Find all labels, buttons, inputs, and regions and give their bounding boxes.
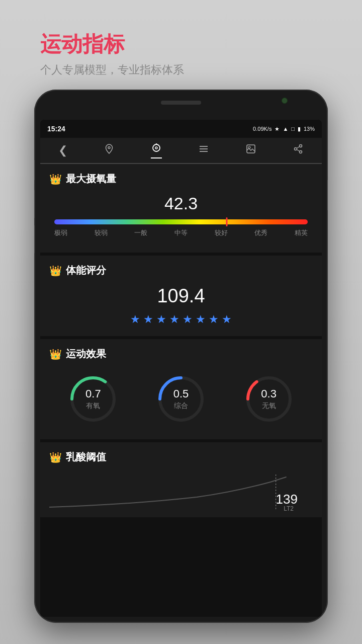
- nav-bar: ❮: [40, 138, 322, 164]
- svg-point-10: [300, 145, 302, 147]
- star-6: ★: [196, 313, 206, 326]
- content-area: 👑 最大摄氧量 42.3 极弱 较弱 一般 中等 较好 优秀 精英: [40, 164, 322, 617]
- page-title: 运动指标: [40, 30, 184, 58]
- status-right: 0.09K/s ★ ▲ □ ▮ 13%: [253, 126, 315, 132]
- bluetooth-icon: ★: [275, 126, 280, 132]
- label-jiruo: 极弱: [54, 228, 67, 237]
- map-nav-icon[interactable]: [104, 143, 115, 157]
- phone-frame: 15:24 0.09K/s ★ ▲ □ ▮ 13% ❮: [34, 90, 328, 623]
- svg-point-12: [300, 151, 302, 153]
- label-youxiu: 优秀: [254, 228, 267, 237]
- anaerobic-value: 0.3: [261, 387, 277, 400]
- rainbow-bar: [54, 219, 308, 224]
- lactate-label: 乳酸阈值: [66, 450, 106, 464]
- anaerobic-label: 无氧: [262, 401, 276, 411]
- combined-circle-item: 0.5 综合: [156, 374, 206, 424]
- list-nav-icon[interactable]: [198, 143, 209, 157]
- crown-icon-vo2max: 👑: [49, 173, 62, 185]
- phone-camera: [282, 98, 288, 104]
- crown-icon-effect: 👑: [49, 348, 62, 360]
- rainbow-indicator: [226, 217, 227, 226]
- battery-percent: 13%: [304, 126, 315, 132]
- power-button: [327, 180, 328, 210]
- svg-line-13: [297, 146, 299, 148]
- aerobic-circle-item: 0.7 有氧: [68, 374, 118, 424]
- anaerobic-circle-item: 0.3 无氧: [244, 374, 294, 424]
- crown-icon-lactate: 👑: [49, 451, 62, 463]
- aerobic-value: 0.7: [85, 387, 101, 400]
- page-header: 运动指标 个人专属模型，专业指标体系: [40, 30, 184, 77]
- signal-icon: □: [291, 126, 295, 132]
- vo2max-title: 👑 最大摄氧量: [49, 172, 313, 186]
- lactate-title: 👑 乳酸阈值: [49, 450, 313, 464]
- mute-button: [34, 160, 35, 180]
- combined-label: 综合: [174, 401, 188, 411]
- fitness-label: 体能评分: [66, 264, 106, 277]
- page-subtitle: 个人专属模型，专业指标体系: [40, 62, 184, 77]
- status-bar: 15:24 0.09K/s ★ ▲ □ ▮ 13%: [40, 120, 322, 138]
- label-zhongdeng: 中等: [174, 228, 188, 237]
- svg-point-1: [153, 144, 160, 151]
- anaerobic-circle-inner: 0.3 无氧: [244, 374, 294, 424]
- star-7: ★: [209, 313, 219, 326]
- exercise-effect-title: 👑 运动效果: [49, 347, 313, 361]
- star-2: ★: [143, 313, 153, 326]
- combined-circle-inner: 0.5 综合: [156, 374, 206, 424]
- back-button[interactable]: ❮: [58, 144, 67, 157]
- battery-icon: ▮: [298, 126, 301, 132]
- star-8: ★: [222, 313, 232, 326]
- fitness-section: 👑 体能评分 109.4 ★ ★ ★ ★ ★ ★ ★ ★: [40, 256, 322, 336]
- aerobic-label: 有氧: [86, 401, 100, 411]
- svg-line-14: [297, 149, 299, 151]
- fitness-title: 👑 体能评分: [49, 264, 313, 277]
- star-4: ★: [169, 313, 179, 326]
- phone-screen: 15:24 0.09K/s ★ ▲ □ ▮ 13% ❮: [40, 120, 322, 617]
- aerobic-gauge: 0.7 有氧: [68, 374, 118, 424]
- stars-row: ★ ★ ★ ★ ★ ★ ★ ★: [49, 313, 313, 326]
- lactate-section: 👑 乳酸阈值 139 LT2: [40, 442, 322, 517]
- share-nav-icon[interactable]: [293, 143, 304, 157]
- volume-up-button: [34, 190, 35, 218]
- rainbow-bar-container: 极弱 较弱 一般 中等 较好 优秀 精英: [54, 219, 308, 237]
- svg-point-2: [155, 147, 157, 149]
- gallery-nav-icon[interactable]: [245, 143, 256, 157]
- phone-speaker: [161, 101, 201, 105]
- vo2max-label: 最大摄氧量: [66, 172, 116, 186]
- status-time: 15:24: [47, 125, 65, 133]
- star-3: ★: [156, 313, 166, 326]
- refresh-nav-icon[interactable]: [151, 142, 162, 158]
- exercise-effect-label: 运动效果: [66, 347, 106, 361]
- svg-point-0: [108, 147, 110, 149]
- aerobic-circle-inner: 0.7 有氧: [68, 374, 118, 424]
- effect-circles: 0.7 有氧 0.5: [49, 369, 313, 429]
- svg-point-11: [295, 148, 297, 150]
- volume-down-button: [34, 225, 35, 253]
- star-1: ★: [130, 313, 140, 326]
- lactate-sublabel: LT2: [284, 505, 294, 512]
- exercise-effect-section: 👑 运动效果 0.7 有氧: [40, 339, 322, 439]
- label-jingying: 精英: [295, 228, 308, 237]
- combined-value: 0.5: [173, 387, 189, 400]
- vo2max-section: 👑 最大摄氧量 42.3 极弱 较弱 一般 中等 较好 优秀 精英: [40, 164, 322, 253]
- lactate-chart: 139 LT2: [49, 472, 313, 512]
- rainbow-labels: 极弱 较弱 一般 中等 较好 优秀 精英: [54, 228, 308, 237]
- label-jiaoruo: 较弱: [95, 228, 108, 237]
- vo2max-value: 42.3: [49, 194, 313, 213]
- network-speed: 0.09K/s: [253, 126, 272, 132]
- combined-gauge: 0.5 综合: [156, 374, 206, 424]
- star-5: ★: [183, 313, 193, 326]
- label-jiaohao: 较好: [215, 228, 228, 237]
- wifi-icon: ▲: [283, 126, 288, 132]
- anaerobic-gauge: 0.3 无氧: [244, 374, 294, 424]
- svg-point-9: [248, 146, 250, 148]
- crown-icon-fitness: 👑: [49, 265, 62, 277]
- label-yiban: 一般: [134, 228, 147, 237]
- fitness-score-value: 109.4: [49, 285, 313, 307]
